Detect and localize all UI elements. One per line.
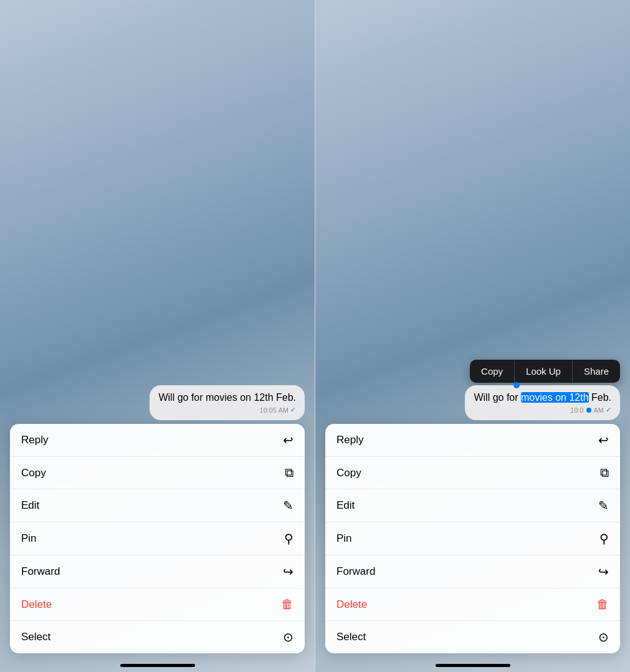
menu-label-edit-right: Edit (336, 499, 355, 512)
message-text-left: Will go for movies on 12th Feb. (158, 391, 296, 405)
message-bubble-left: Will go for movies on 12th Feb. 10:05 AM… (150, 385, 305, 420)
menu-item-delete-right[interactable]: Delete 🗑 (325, 588, 620, 621)
menu-label-delete-right: Delete (336, 598, 367, 611)
context-menu-left: Reply ↩ Copy ⧉ Edit ✎ Pin ⚲ Forward ↪ De… (10, 424, 305, 653)
popup-lookup-btn[interactable]: Look Up (515, 360, 573, 383)
pin-icon-right: ⚲ (599, 531, 609, 546)
left-panel: Will go for movies on 12th Feb. 10:05 AM… (0, 0, 315, 672)
menu-label-forward-left: Forward (21, 565, 60, 578)
time-am: AM (594, 406, 604, 414)
forward-icon-right: ↪ (598, 564, 609, 579)
menu-label-reply-right: Reply (336, 434, 363, 446)
message-text-right: Will go for movies on 12th Feb. (474, 391, 611, 405)
context-menu-right: Reply ↩ Copy ⧉ Edit ✎ Pin ⚲ Forward ↪ De… (325, 424, 620, 653)
select-icon-right: ⊙ (598, 630, 609, 645)
edit-icon-right: ✎ (598, 498, 609, 513)
menu-label-copy-right: Copy (336, 467, 361, 479)
popup-share-btn[interactable]: Share (573, 360, 620, 383)
right-content: Copy Look Up Share Will go for movies on… (315, 0, 630, 672)
menu-item-reply-left[interactable]: Reply ↩ (10, 424, 305, 457)
menu-item-forward-left[interactable]: Forward ↪ (10, 555, 305, 588)
right-panel: Copy Look Up Share Will go for movies on… (315, 0, 630, 672)
text-highlighted: movies on 12th (521, 392, 589, 403)
select-icon-left: ⊙ (283, 630, 294, 645)
menu-item-edit-right[interactable]: Edit ✎ (325, 489, 620, 522)
message-bubble-right: Will go for movies on 12th Feb. 10:0 AM … (465, 385, 620, 420)
menu-item-pin-left[interactable]: Pin ⚲ (10, 522, 305, 555)
menu-label-copy-left: Copy (21, 467, 46, 479)
selection-popup: Copy Look Up Share (470, 360, 620, 383)
message-time-left: 10:05 AM ✓ (158, 406, 296, 414)
menu-label-select-right: Select (336, 631, 366, 643)
menu-item-forward-right[interactable]: Forward ↪ (325, 555, 620, 588)
reply-icon-right: ↩ (598, 433, 609, 448)
menu-label-delete-left: Delete (21, 598, 52, 611)
pin-icon-left: ⚲ (284, 531, 294, 546)
delete-icon-right: 🗑 (596, 597, 609, 612)
menu-label-forward-right: Forward (336, 565, 375, 578)
menu-label-reply-left: Reply (21, 434, 48, 446)
selection-start-dot (513, 382, 520, 388)
menu-item-reply-right[interactable]: Reply ↩ (325, 424, 620, 457)
selection-end-dot (586, 408, 591, 413)
delete-icon-left: 🗑 (281, 597, 294, 612)
menu-item-select-left[interactable]: Select ⊙ (10, 621, 305, 653)
edit-icon-left: ✎ (283, 498, 294, 513)
reply-icon-left: ↩ (283, 433, 294, 448)
menu-item-pin-right[interactable]: Pin ⚲ (325, 522, 620, 555)
menu-item-copy-left[interactable]: Copy ⧉ (10, 457, 305, 489)
time-text: 10:0 (570, 406, 583, 414)
checkmark-right: ✓ (606, 406, 611, 414)
menu-item-delete-left[interactable]: Delete 🗑 (10, 588, 305, 621)
text-after: Feb. (589, 392, 611, 403)
text-before: Will go for (474, 392, 521, 403)
forward-icon-left: ↪ (283, 564, 294, 579)
menu-label-edit-left: Edit (21, 499, 39, 512)
copy-icon-right: ⧉ (600, 466, 609, 480)
menu-item-edit-left[interactable]: Edit ✎ (10, 489, 305, 522)
menu-item-copy-right[interactable]: Copy ⧉ (325, 457, 620, 489)
popup-copy-btn[interactable]: Copy (470, 360, 515, 383)
message-time-right: 10:0 AM ✓ (474, 406, 611, 414)
home-indicator-left (120, 664, 195, 667)
left-content: Will go for movies on 12th Feb. 10:05 AM… (0, 0, 315, 672)
menu-item-select-right[interactable]: Select ⊙ (325, 621, 620, 653)
checkmark-left: ✓ (290, 406, 296, 414)
copy-icon-left: ⧉ (285, 466, 294, 480)
menu-label-select-left: Select (21, 631, 50, 643)
home-indicator-right (436, 664, 510, 667)
menu-label-pin-right: Pin (336, 532, 352, 545)
menu-label-pin-left: Pin (21, 532, 37, 545)
